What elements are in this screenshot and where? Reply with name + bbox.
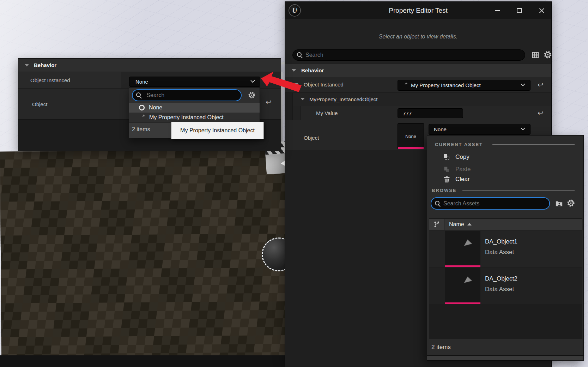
asset-type-color-bar xyxy=(445,265,480,267)
asset-thumbnail[interactable] xyxy=(445,268,480,302)
asset-type: Data Asset xyxy=(485,249,514,256)
tooltip-text: My Property Instanced Object xyxy=(180,127,255,134)
dropdown-option-my-property-instanced-object[interactable]: My Property Instanced Object xyxy=(129,113,260,122)
settings-gear-icon[interactable] xyxy=(248,91,255,99)
object-asset-combobox[interactable]: None xyxy=(429,124,531,135)
option-label: None xyxy=(149,104,162,111)
chevron-down-icon xyxy=(250,78,255,83)
instanced-object-pie-icon xyxy=(138,114,146,121)
option-tooltip: My Property Instanced Object xyxy=(171,122,264,139)
row-myproperty-instancedobject[interactable]: MyProperty_InstancedObject xyxy=(285,93,551,106)
asset-row[interactable]: DA_Object2 Data Asset xyxy=(429,267,582,304)
property-label: Object Instanced xyxy=(30,77,70,83)
asset-search-input[interactable] xyxy=(443,200,546,207)
asset-name: DA_Object2 xyxy=(485,275,517,282)
asset-picker-dropdown: CURRENT ASSET Copy Paste Clear BROWSE xyxy=(427,135,584,361)
asset-search-box[interactable] xyxy=(431,197,550,210)
menu-item-copy[interactable]: Copy xyxy=(427,151,583,163)
item-count: 2 items xyxy=(132,126,150,133)
data-asset-pie-icon xyxy=(452,274,474,296)
property-label: My Value xyxy=(316,110,338,116)
row-my-value: My Value 777 xyxy=(285,106,551,120)
window-titlebar[interactable]: U Property Editor Test xyxy=(285,2,551,19)
asset-name: DA_Object1 xyxy=(485,238,517,245)
sort-ascending-icon[interactable] xyxy=(467,223,472,225)
child-object-header: MyProperty_InstancedObject xyxy=(309,96,377,102)
object-asset-thumbnail[interactable]: None xyxy=(398,123,424,149)
data-asset-pie-icon xyxy=(452,237,474,259)
minimize-icon xyxy=(495,10,500,11)
dropdown-search-input[interactable] xyxy=(146,92,237,98)
menu-label: Paste xyxy=(455,166,471,173)
asset-list: Name DA_Object1 Data Asset DA_Object2 Da… xyxy=(429,218,582,339)
details-search-bar[interactable] xyxy=(292,49,525,61)
combobox-value: None xyxy=(434,126,447,132)
expander-arrow-icon[interactable] xyxy=(301,98,304,100)
property-label: Object xyxy=(304,135,319,141)
viewport-checker-floor xyxy=(0,150,286,358)
section-label-current-asset: CURRENT ASSET xyxy=(435,142,483,147)
thumbnail-text: None xyxy=(405,134,416,139)
asset-type-color-bar xyxy=(445,302,480,304)
display-options-table-icon[interactable] xyxy=(532,51,539,59)
viewport-floor-edge xyxy=(0,355,286,367)
settings-gear-icon[interactable] xyxy=(567,199,575,207)
reset-to-default-button[interactable] xyxy=(538,109,544,116)
text-caret xyxy=(144,92,144,98)
category-behavior[interactable]: Behavior xyxy=(18,59,281,72)
dropdown-option-none[interactable]: None xyxy=(129,103,260,113)
reset-to-default-button[interactable] xyxy=(266,98,272,106)
section-label-browse: BROWSE xyxy=(432,188,457,193)
asset-thumbnail[interactable] xyxy=(445,231,480,265)
details-search-input[interactable] xyxy=(305,52,521,58)
property-label: Object xyxy=(32,101,47,107)
combobox-value: None xyxy=(135,79,148,85)
chevron-down-icon xyxy=(521,82,525,86)
object-instanced-combobox[interactable]: None xyxy=(129,77,260,87)
settings-gear-icon[interactable] xyxy=(544,50,552,59)
my-value-text: 777 xyxy=(403,110,412,116)
search-icon xyxy=(435,201,441,206)
minimize-button[interactable] xyxy=(493,7,501,14)
option-label: My Property Instanced Object xyxy=(149,114,224,121)
maximize-icon xyxy=(517,8,522,13)
search-icon xyxy=(136,92,142,98)
instanced-object-pie-icon xyxy=(401,82,408,89)
category-label: Behavior xyxy=(34,62,56,68)
menu-label: Clear xyxy=(455,176,470,183)
asset-row[interactable]: DA_Object1 Data Asset xyxy=(429,230,582,267)
maximize-button[interactable] xyxy=(515,7,523,14)
revision-control-column-button[interactable] xyxy=(429,219,444,230)
category-label: Behavior xyxy=(301,67,324,73)
editor-screenshot: U Property Editor Test Select an object … xyxy=(0,0,588,367)
none-ring-icon xyxy=(138,104,145,111)
details-hint-text: Select an object to view details. xyxy=(285,34,551,40)
copy-icon xyxy=(443,154,450,161)
menu-label: Copy xyxy=(455,154,469,161)
expander-arrow-icon[interactable] xyxy=(25,64,29,66)
combobox-value: My Property Instanced Object xyxy=(411,82,481,88)
search-icon xyxy=(297,52,303,58)
paste-icon xyxy=(443,166,450,173)
my-value-input[interactable]: 777 xyxy=(398,108,463,118)
panel-footer-bar xyxy=(427,355,583,360)
object-instanced-combobox[interactable]: My Property Instanced Object xyxy=(398,80,531,91)
asset-count: 2 items xyxy=(431,344,451,351)
row-object-instanced: Object Instanced My Property Instanced O… xyxy=(285,77,551,93)
menu-item-clear[interactable]: Clear xyxy=(427,173,583,185)
category-behavior[interactable]: Behavior xyxy=(285,63,551,77)
close-button[interactable] xyxy=(538,7,546,14)
red-annotation-arrow xyxy=(257,71,303,93)
property-label: Object Instanced xyxy=(304,82,344,88)
trash-icon xyxy=(443,176,450,183)
asset-type-color-bar xyxy=(398,147,424,149)
chevron-down-icon xyxy=(521,126,525,130)
name-column-header[interactable]: Name xyxy=(449,221,464,228)
close-icon xyxy=(539,8,545,13)
window-title: Property Editor Test xyxy=(285,2,551,19)
reset-to-default-button[interactable] xyxy=(538,81,544,88)
asset-type: Data Asset xyxy=(485,286,514,293)
branch-icon xyxy=(433,221,440,228)
dropdown-search-box[interactable] xyxy=(132,89,242,101)
folder-browse-icon[interactable] xyxy=(555,200,563,207)
